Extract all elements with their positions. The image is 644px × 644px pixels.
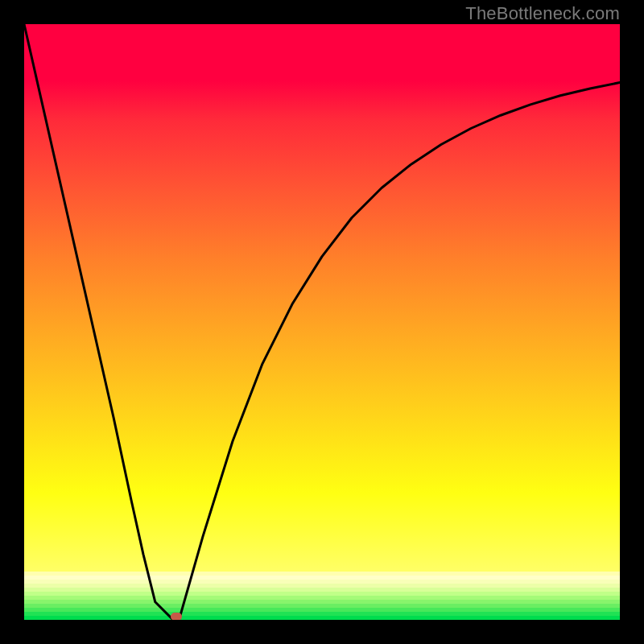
plot-area [24, 24, 620, 620]
watermark-text: TheBottleneck.com [465, 3, 620, 24]
optimal-point-marker [171, 613, 182, 620]
chart-frame: TheBottleneck.com [0, 0, 644, 644]
curve-svg [24, 24, 620, 620]
bottleneck-curve [24, 24, 620, 620]
